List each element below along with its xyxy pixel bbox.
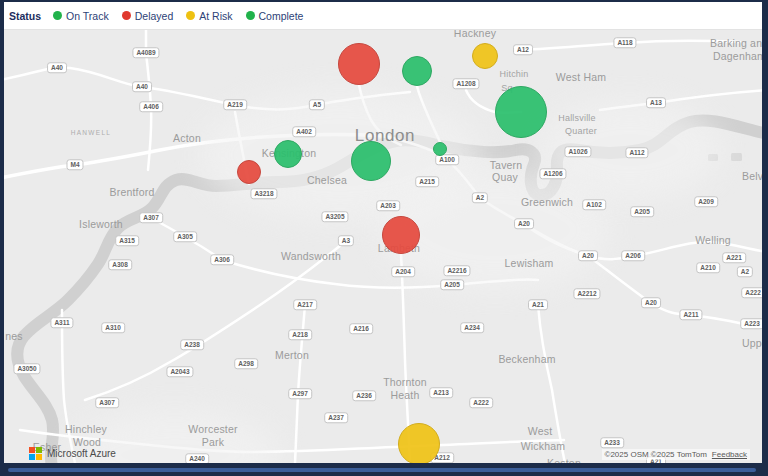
place-label: HANWELL <box>71 129 112 136</box>
azure-map-canvas[interactable]: HackneyBarking andDagenhamWest HamHitchi… <box>0 30 768 464</box>
road-shield: A237 <box>324 412 348 423</box>
status-bubble[interactable] <box>398 423 440 464</box>
status-bubble[interactable] <box>237 160 261 184</box>
road-shield: A236 <box>352 390 376 401</box>
road-shield: A315 <box>115 235 139 246</box>
road-shield: A219 <box>223 99 247 110</box>
road-shield: A223 <box>740 318 764 329</box>
place-label: Isleworth <box>79 218 123 230</box>
road-shield: A218 <box>288 329 312 340</box>
place-label: Welling <box>695 234 731 246</box>
road-shield: M4 <box>66 159 83 170</box>
place-label: Greenwich <box>521 196 573 208</box>
place-label: Heath <box>390 389 419 401</box>
legend-item-at-risk[interactable]: At Risk <box>186 10 232 22</box>
road-shield: A209 <box>694 196 718 207</box>
place-label: Barking and <box>710 37 768 49</box>
road-shield: A20 <box>514 218 534 229</box>
place-label: West <box>528 425 553 437</box>
road-shield: A311 <box>50 317 73 328</box>
road-shield: A20 <box>578 250 598 261</box>
place-label: Park <box>202 436 224 448</box>
road-shield: A2 <box>472 192 488 203</box>
map-copyright: ©2025 OSM ©2025 TomTomFeedback <box>602 449 751 460</box>
road-shield: A3 <box>338 235 354 246</box>
road-shield: A307 <box>139 212 163 223</box>
status-bubble[interactable] <box>338 43 380 85</box>
road-shield: A307 <box>95 397 119 408</box>
road-shield: A2212 <box>573 288 600 299</box>
place-label: Hallsville <box>558 113 596 123</box>
legend-item-label: At Risk <box>199 10 232 22</box>
road-shield: A205 <box>630 206 654 217</box>
legend-dot-icon <box>246 11 255 20</box>
horizontal-scrollbar[interactable] <box>8 468 756 472</box>
road-shield: A221 <box>722 252 746 263</box>
status-bubble[interactable] <box>472 43 498 69</box>
legend-bar: Status On TrackDelayedAt RiskComplete <box>0 2 768 30</box>
place-label: West Ham <box>556 71 606 83</box>
road-shield: A222 <box>469 397 493 408</box>
legend-item-delayed[interactable]: Delayed <box>122 10 174 22</box>
place-label: Hinchley <box>65 423 107 435</box>
place-label: Brentford <box>110 186 155 198</box>
road-shield: A234 <box>460 322 484 333</box>
copyright-text: ©2025 OSM ©2025 TomTom <box>605 450 707 459</box>
place-label: Merton <box>275 349 309 361</box>
status-bubble[interactable] <box>351 141 391 181</box>
legend-title: Status <box>9 10 41 22</box>
road-shield: A112 <box>625 147 648 158</box>
road-shield: A2216 <box>443 265 470 276</box>
place-label: Beckenham <box>498 353 555 365</box>
road-shield: A297 <box>288 388 312 399</box>
road-shield: A298 <box>234 358 258 369</box>
road-shield: A215 <box>415 176 439 187</box>
road-shield: A12 <box>513 44 533 55</box>
place-label: Wickham <box>521 440 566 452</box>
place-label: Quay <box>492 171 518 183</box>
place-label: Hackney <box>454 30 496 39</box>
road-shield: A210 <box>696 262 720 273</box>
road-shield: A1206 <box>539 168 566 179</box>
legend-item-label: Complete <box>259 10 304 22</box>
microsoft-logo-icon <box>29 447 42 460</box>
road-shield: A1208 <box>452 78 479 89</box>
road-shield: A21 <box>528 299 548 310</box>
road-shield: A205 <box>440 279 464 290</box>
status-bubble[interactable] <box>402 56 432 86</box>
legend-item-on-track[interactable]: On Track <box>53 10 109 22</box>
road-shield: A2 <box>737 266 753 277</box>
road-shield: A13 <box>646 97 666 108</box>
legend-items: On TrackDelayedAt RiskComplete <box>53 10 316 22</box>
road-shield: A306 <box>210 254 234 265</box>
road-shield: A3218 <box>250 188 277 199</box>
status-bubble[interactable] <box>382 216 420 254</box>
road-shield: A213 <box>429 387 453 398</box>
road-shield: A204 <box>391 266 415 277</box>
road-shield: A211 <box>679 309 702 320</box>
road-shield: A20 <box>641 297 661 308</box>
road-shield: A305 <box>173 231 197 242</box>
status-bubble[interactable] <box>274 140 302 168</box>
place-label: Tavern <box>490 159 523 171</box>
feedback-link[interactable]: Feedback <box>712 450 747 459</box>
road-shield: A308 <box>108 259 132 270</box>
legend-dot-icon <box>186 11 195 20</box>
place-label: Chelsea <box>307 174 347 186</box>
azure-attribution: Microsoft Azure <box>29 447 116 460</box>
place-label: Thornton <box>383 376 427 388</box>
azure-attribution-text: Microsoft Azure <box>47 448 116 459</box>
place-label: Quarter <box>565 126 597 136</box>
status-bubble[interactable] <box>495 86 547 138</box>
road-shield: A2043 <box>166 366 193 377</box>
road-shield: A1026 <box>564 146 591 157</box>
road-shield: A102 <box>582 199 606 210</box>
powerbi-map-visual: HackneyBarking andDagenhamWest HamHitchi… <box>0 0 768 476</box>
road-shield: A40 <box>47 62 67 73</box>
status-bubble[interactable] <box>433 142 447 156</box>
road-shield: A3205 <box>321 211 348 222</box>
legend-item-complete[interactable]: Complete <box>246 10 304 22</box>
legend-dot-icon <box>122 11 131 20</box>
road-shield: A4089 <box>132 47 159 58</box>
road-shield: A206 <box>621 250 645 261</box>
